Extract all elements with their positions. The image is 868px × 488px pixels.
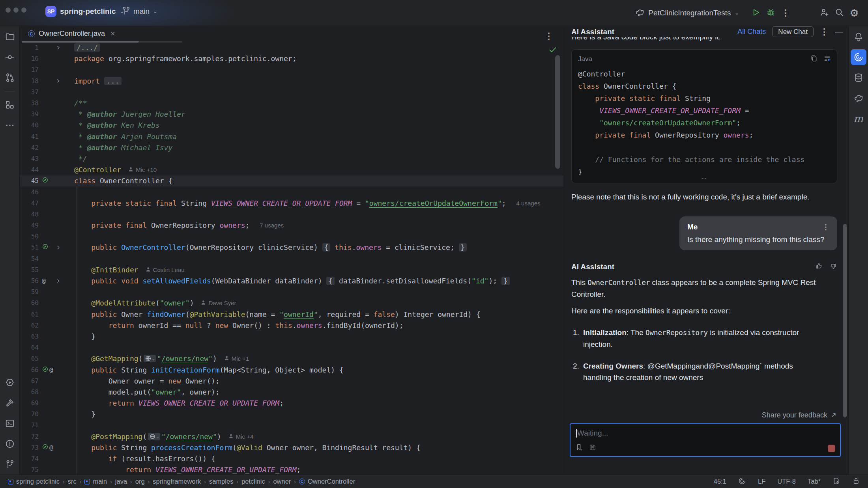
tool-maven[interactable]: m [851,111,866,127]
run-configuration-selector[interactable]: PetClinicIntegrationTests ⌄ [634,6,739,20]
code-line-44[interactable]: 44@ControllerMic +10 [20,164,563,175]
insert-at-caret-icon[interactable] [823,54,831,64]
code-line-55[interactable]: 55 @InitBinderCostin Leau [20,264,563,275]
code-line-49[interactable]: 49 private final OwnerRepository owners;… [20,220,563,231]
breadcrumb-item[interactable]: java [113,478,129,485]
prompt-library-icon[interactable] [575,443,583,453]
code-line-64[interactable]: 64 [20,342,563,353]
breadcrumb-item[interactable]: COwnerController [297,478,357,485]
breadcrumb-item[interactable]: owner [271,478,293,485]
code-line-60[interactable]: 60 @ModelAttribute("owner")Dave Syer [20,298,563,309]
spring-bean-icon[interactable] [42,366,49,374]
code-line-62[interactable]: 62 return ownerId == null ? new Owner() … [20,320,563,331]
code-line-73[interactable]: 73@ public String processCreationForm(@V… [20,442,563,453]
search-everywhere-button[interactable] [832,6,847,20]
annotation-gutter-icon[interactable]: @ [42,277,46,285]
code-line-40[interactable]: 40 * @author Ken Krebs [20,120,563,131]
breadcrumb-item[interactable]: petclinic [239,478,268,485]
code-line-18[interactable]: 18import ... [20,75,563,86]
share-feedback-link[interactable]: Share your feedback ↗ [762,411,836,419]
code-line-68[interactable]: 68 model.put("owner", owner); [20,386,563,397]
code-line-66[interactable]: 66@ public String initCreationForm(Map<S… [20,364,563,375]
inline-author-hint[interactable]: Mic +10 [128,166,157,173]
code-line-39[interactable]: 39 * @author Juergen Hoeller [20,109,563,120]
breadcrumb-item[interactable]: org [133,478,147,485]
thumbs-up-icon[interactable] [815,262,823,272]
code-line-59[interactable]: 59 [20,287,563,298]
more-actions-button[interactable]: ⋮ [778,6,793,20]
tool-problems[interactable] [2,436,18,452]
code-line-46[interactable]: 46 [20,186,563,197]
debug-button[interactable] [763,6,778,20]
inline-author-hint[interactable]: Dave Syer [201,300,236,306]
copy-icon[interactable] [810,54,818,64]
breadcrumb-item[interactable]: spring-petclinic [6,478,62,485]
usages-hint[interactable]: 4 usages [516,200,541,207]
fold-arrow-icon[interactable] [56,245,61,250]
save-icon[interactable] [589,443,597,453]
code-line-56[interactable]: 56@ public void setAllowedFields(WebData… [20,275,563,286]
code-line-54[interactable]: 54 [20,253,563,264]
code-line-67[interactable]: 67 Owner owner = new Owner(); [20,375,563,386]
code-line-45[interactable]: 45class OwnerController { [20,175,563,186]
inline-author-hint[interactable]: Costin Leau [146,266,185,273]
code-line-41[interactable]: 41 * @author Arjen Poutsma [20,131,563,142]
url-mapping-globe-icon[interactable]: ⌄ [148,433,160,440]
fold-arrow-icon[interactable] [56,78,61,83]
ai-status-icon[interactable] [738,477,746,486]
code-line-17[interactable]: 17 [20,64,563,75]
breadcrumb-item[interactable]: src [65,478,79,485]
code-line-61[interactable]: 61 public Owner findOwner(@PathVariable(… [20,309,563,320]
code-line-72[interactable]: 72 @PostMapping(⌄"/owners/new")Mic +4 [20,431,563,442]
tool-database[interactable] [851,70,866,86]
code-line-50[interactable]: 50 [20,231,563,242]
fold-arrow-icon[interactable] [56,279,61,283]
hide-panel-button[interactable]: — [835,27,843,36]
tool-notifications[interactable] [851,29,866,45]
stop-generation-button[interactable] [828,445,835,452]
code-line-37[interactable]: 37 [20,86,563,97]
inline-author-hint[interactable]: Mic +1 [224,355,249,362]
lock-icon[interactable] [852,477,860,486]
annotation-gutter-icon[interactable]: @ [49,444,53,451]
message-options-button[interactable]: ⋮ [822,223,829,231]
code-line-69[interactable]: 69 return VIEWS_OWNER_CREATE_OR_UPDATE_F… [20,398,563,409]
tool-commit[interactable] [2,49,18,65]
url-mapping-globe-icon[interactable]: ⌄ [144,355,156,362]
chat-scroll-area[interactable]: Here is a Java code block just to exempl… [564,37,848,423]
code-line-74[interactable]: 74 if (result.hasErrors()) { [20,453,563,464]
tool-run[interactable] [2,374,18,390]
tab-ownercontroller-java[interactable]: C OwnerController.java × [22,26,122,41]
window-controls[interactable] [6,7,26,13]
code-line-43[interactable]: 43 */ [20,153,563,164]
tool-more-tools[interactable] [2,117,18,133]
code-line-51[interactable]: 51 public OwnerController(OwnerRepositor… [20,242,563,253]
code-line-70[interactable]: 70 } [20,409,563,420]
code-with-me-button[interactable] [817,6,832,20]
fold-arrow-icon[interactable] [56,45,61,50]
tool-ai-assistant[interactable] [851,49,866,65]
code-line-38[interactable]: 38/** [20,97,563,108]
spring-bean-icon[interactable] [42,443,49,452]
tool-gradle[interactable] [851,90,866,106]
indent-widget[interactable]: Tab* [808,478,821,485]
chat-input[interactable]: Waiting... [570,423,841,457]
close-icon[interactable]: × [110,29,115,38]
tool-project-folder[interactable] [2,29,18,45]
code-line-75[interactable]: 75 return VIEWS_OWNER_CREATE_OR_UPDATE_F… [20,464,563,475]
breadcrumb-item[interactable]: main [82,478,109,485]
collapse-code-icon[interactable]: ︿ [572,174,837,181]
breadcrumb-item[interactable]: springframework [150,478,203,485]
code-line-47[interactable]: 47 private static final String VIEWS_OWN… [20,197,563,209]
panel-options-button[interactable]: ⋮ [820,27,829,37]
breadcrumb-item[interactable]: samples [207,478,236,485]
all-chats-link[interactable]: All Chats [737,28,766,36]
chat-scrollbar[interactable] [843,224,847,417]
caret-position-widget[interactable]: 45:1 [714,478,726,485]
tool-build[interactable] [2,395,18,411]
tool-terminal[interactable] [2,415,18,431]
run-button[interactable] [748,6,763,20]
line-ending-widget[interactable]: LF [758,478,765,485]
settings-button[interactable]: ⚙ [847,6,862,20]
editor-options-button[interactable]: ⋮ [541,29,556,44]
